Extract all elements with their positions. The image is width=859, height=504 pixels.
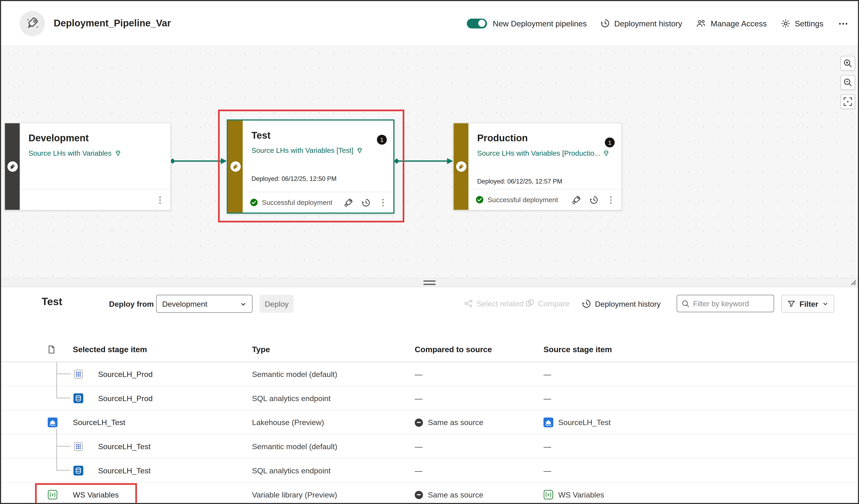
- same-as-source-icon: [415, 418, 423, 426]
- workspace-link[interactable]: Source LHs with Variables [Test]: [252, 146, 387, 154]
- lakehouse-icon: [543, 417, 553, 427]
- stage-rocket-icon: [7, 162, 17, 172]
- connector-test-to-prod: [392, 156, 454, 167]
- success-check-icon: [250, 198, 258, 207]
- compared-value: —: [415, 434, 422, 459]
- stage-more-button[interactable]: ⋮: [606, 195, 615, 204]
- sql-endpoint-icon: [74, 386, 84, 410]
- item-count-badge: 1: [377, 135, 387, 145]
- filter-button[interactable]: Filter: [781, 295, 834, 313]
- table-body: SourceLH_Prod Semantic model (default) —…: [1, 362, 858, 503]
- table-row[interactable]: WS Variables Variable library (Preview) …: [1, 483, 858, 503]
- item-type: Lakehouse (Preview): [252, 410, 324, 434]
- variable-library-icon: [48, 483, 58, 503]
- stage-card-production[interactable]: Production 1 Source LHs with Variables […: [453, 123, 622, 211]
- compare-button[interactable]: Compare: [525, 299, 569, 308]
- history-icon: [601, 19, 610, 28]
- stage-strip-development: [5, 123, 20, 210]
- variable-library-icon: [543, 490, 553, 500]
- column-type[interactable]: Type: [252, 336, 270, 362]
- item-type: Variable library (Preview): [252, 483, 337, 503]
- deploy-settings-icon[interactable]: [571, 195, 582, 204]
- select-related-icon: [464, 299, 473, 308]
- stage-card-test[interactable]: Test 1 Source LHs with Variables [Test] …: [227, 119, 395, 214]
- keyword-filter-search: [677, 295, 774, 312]
- header-actions: New Deployment pipelines Deployment hist…: [467, 17, 849, 29]
- fit-to-screen-button[interactable]: [840, 94, 855, 109]
- stage-more-button[interactable]: ⋮: [155, 195, 164, 204]
- search-input[interactable]: [693, 300, 769, 307]
- pipeline-canvas[interactable]: Development Source LHs with Variables ⋮: [1, 46, 858, 278]
- chevron-down-icon: [822, 301, 828, 307]
- tree-connector: [57, 446, 57, 459]
- column-selected-stage-item[interactable]: Selected stage item: [73, 336, 147, 362]
- divider-drag-handle[interactable]: [423, 280, 435, 285]
- table-row[interactable]: SourceLH_Test Semantic model (default) —…: [1, 434, 858, 459]
- stage-card-body: Production 1 Source LHs with Variables […: [468, 123, 621, 210]
- workspace-link[interactable]: Source LHs with Variables: [28, 149, 164, 157]
- deployment-status: Successful deployment: [476, 196, 558, 204]
- resize-handle-icon[interactable]: [850, 279, 857, 286]
- table-row[interactable]: SourceLH_Test SQL analytics endpoint — —: [1, 459, 858, 483]
- people-icon: [696, 19, 706, 28]
- item-name: SourceLH_Test: [98, 459, 150, 483]
- table-row[interactable]: SourceLH_Prod SQL analytics endpoint — —: [1, 386, 858, 410]
- new-pipelines-toggle[interactable]: [467, 18, 487, 28]
- column-source-stage-item[interactable]: Source stage item: [543, 336, 612, 362]
- stage-name: Test: [252, 130, 387, 141]
- diamond-icon: [603, 150, 610, 157]
- compared-value: —: [415, 386, 422, 410]
- funnel-icon: [787, 300, 796, 308]
- manage-access-button[interactable]: Manage Access: [696, 19, 767, 28]
- compared-status: Same as source: [415, 410, 483, 434]
- tree-connector: [57, 386, 71, 398]
- panel-deployment-history-button[interactable]: Deployment history: [582, 299, 661, 308]
- stage-name: Production: [477, 133, 615, 144]
- compared-value: —: [415, 459, 422, 483]
- select-related-button[interactable]: Select related: [464, 299, 524, 308]
- more-options-button[interactable]: ⋯: [837, 17, 849, 29]
- item-type: SQL analytics endpoint: [252, 386, 331, 410]
- table-row[interactable]: SourceLH_Test Lakehouse (Preview) Same a…: [1, 410, 858, 434]
- tree-connector: [57, 362, 71, 374]
- workspace-link[interactable]: Source LHs with Variables [Productio...: [477, 149, 615, 157]
- item-name: SourceLH_Prod: [98, 386, 153, 410]
- column-compared-to-source[interactable]: Compared to source: [415, 336, 492, 362]
- search-icon: [681, 300, 690, 307]
- stage-strip-test: [228, 121, 243, 213]
- deploy-button[interactable]: Deploy: [260, 295, 293, 313]
- deploy-settings-icon[interactable]: [344, 198, 353, 208]
- deployment-history-button[interactable]: Deployment history: [601, 19, 682, 28]
- stage-card-development[interactable]: Development Source LHs with Variables ⋮: [4, 123, 171, 211]
- settings-button[interactable]: Settings: [780, 18, 824, 28]
- same-as-source-icon: [415, 491, 423, 499]
- new-pipelines-toggle-label: New Deployment pipelines: [493, 19, 587, 28]
- semantic-model-icon: [74, 362, 84, 386]
- zoom-out-button[interactable]: [840, 75, 855, 90]
- deploy-from-dropdown[interactable]: Development: [156, 295, 253, 313]
- page-title: Deployment_Pipeline_Var: [54, 17, 171, 29]
- app-window: Deployment_Pipeline_Var New Deployment p…: [0, 0, 859, 504]
- stage-more-button[interactable]: ⋮: [378, 198, 387, 207]
- item-name: SourceLH_Test: [98, 434, 150, 459]
- panel-divider: [1, 278, 858, 287]
- item-type: SQL analytics endpoint: [252, 459, 331, 483]
- item-name: SourceLH_Prod: [98, 362, 153, 386]
- document-icon: [47, 336, 56, 362]
- table-row[interactable]: SourceLH_Prod Semantic model (default) —…: [1, 362, 858, 386]
- zoom-in-button[interactable]: [840, 56, 855, 71]
- deployed-timestamp: Deployed: 06/12/25, 12:57 PM: [477, 178, 562, 184]
- panel-stage-title: Test: [42, 296, 62, 308]
- connector-dev-to-test: [169, 156, 228, 167]
- deployment-status: Successful deployment: [250, 198, 332, 207]
- gear-icon: [780, 18, 790, 28]
- tree-connector: [57, 434, 71, 446]
- success-check-icon: [476, 196, 484, 204]
- lakehouse-icon: [48, 410, 58, 434]
- stage-history-icon[interactable]: [589, 195, 598, 204]
- stage-history-icon[interactable]: [362, 198, 371, 207]
- stage-name: Development: [28, 133, 164, 144]
- compared-value: —: [415, 362, 422, 386]
- stage-card-footer: Successful deployment: [243, 192, 393, 213]
- deploy-from-label: Deploy from: [109, 300, 154, 308]
